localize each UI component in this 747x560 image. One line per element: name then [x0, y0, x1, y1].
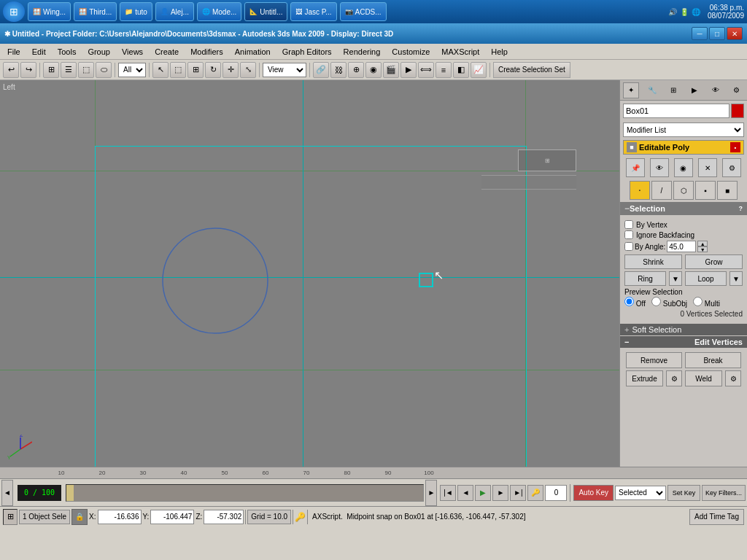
menu-edit[interactable]: Edit: [26, 46, 52, 58]
preview-subobj-radio[interactable]: [651, 297, 661, 306]
ring-spinner[interactable]: ▼: [669, 271, 682, 286]
align-button[interactable]: ≡: [436, 62, 452, 78]
shrink-button[interactable]: Shrink: [624, 254, 682, 269]
extrude-settings-button[interactable]: ⚙: [666, 370, 682, 386]
loop-spinner[interactable]: ▼: [729, 271, 743, 286]
viewport[interactable]: Left ↖ ⊞ X Z Y: [0, 80, 619, 467]
timeline-right-nav[interactable]: ►: [425, 480, 437, 506]
rotate-button[interactable]: ↻: [205, 62, 221, 78]
menu-group[interactable]: Group: [82, 46, 116, 58]
go-start-button[interactable]: |◄: [440, 485, 456, 501]
menu-tools[interactable]: Tools: [52, 46, 82, 58]
object-color-swatch[interactable]: [731, 104, 744, 118]
show-end-result-btn[interactable]: 👁: [650, 158, 669, 177]
by-vertex-checkbox[interactable]: [624, 220, 633, 229]
utilities-tab[interactable]: ⚙: [729, 82, 745, 98]
layer-button[interactable]: ◧: [453, 62, 469, 78]
z-coord-input[interactable]: [204, 510, 244, 524]
by-angle-input[interactable]: [667, 241, 696, 252]
remove-modifier-btn[interactable]: ✕: [698, 158, 717, 177]
link-button[interactable]: 🔗: [313, 62, 329, 78]
select-button[interactable]: ↖: [152, 62, 169, 78]
menu-modifiers[interactable]: Modifiers: [185, 46, 229, 58]
taskbar-app-mode[interactable]: 🌐 Mode...: [197, 2, 241, 21]
mirror-button[interactable]: ⟺: [418, 62, 434, 78]
curve-editor[interactable]: 📈: [471, 62, 487, 78]
selection-rollout-header[interactable]: − Selection ?: [620, 202, 747, 215]
grow-button[interactable]: Grow: [685, 254, 743, 269]
loop-button[interactable]: Loop: [685, 271, 727, 286]
filter-dropdown[interactable]: All: [118, 63, 146, 77]
minimize-button[interactable]: ─: [692, 27, 708, 40]
taskbar-app-3dsmax[interactable]: 📐 Untitl...: [244, 2, 287, 21]
play-button[interactable]: ▶: [475, 485, 491, 501]
x-coord-input[interactable]: [98, 510, 142, 524]
create-selection-button[interactable]: Create Selection Set: [493, 62, 570, 78]
set-key-button[interactable]: Set Key: [667, 485, 700, 501]
hierarchy-tab[interactable]: ⊞: [665, 82, 681, 98]
modify-tab[interactable]: 🔧: [644, 82, 660, 98]
render-button[interactable]: 🎬: [383, 62, 399, 78]
by-angle-checkbox[interactable]: [624, 242, 633, 251]
key-mode-dropdown[interactable]: Selected: [615, 486, 666, 500]
ignore-backfacing-checkbox[interactable]: [624, 230, 633, 239]
border-subobj[interactable]: ⬡: [673, 181, 694, 200]
start-button[interactable]: ⊞: [3, 1, 25, 22]
maximize-button[interactable]: □: [709, 27, 725, 40]
bind-space[interactable]: ⊕: [348, 62, 364, 78]
time-slider-thumb[interactable]: [66, 485, 74, 501]
menu-file[interactable]: File: [1, 46, 26, 58]
ring-button[interactable]: Ring: [624, 271, 666, 286]
preview-multi-radio[interactable]: [693, 297, 703, 306]
menu-animation[interactable]: Animation: [229, 46, 276, 58]
select-region-btn2[interactable]: ⬚: [170, 62, 186, 78]
prev-frame-button[interactable]: ◄: [457, 485, 473, 501]
polygon-subobj[interactable]: ▪: [695, 181, 716, 200]
add-time-tag-button[interactable]: Add Time Tag: [689, 509, 744, 525]
snap-toggle[interactable]: ⊞: [187, 62, 204, 78]
y-coord-input[interactable]: [150, 510, 194, 524]
key-mode-button[interactable]: 🔑: [527, 485, 543, 501]
angle-up[interactable]: ▲: [697, 241, 708, 246]
next-frame-button[interactable]: ►: [492, 485, 508, 501]
taskbar-app-wing[interactable]: 🪟 Wing...: [28, 2, 71, 21]
configure-btn[interactable]: ⚙: [722, 158, 741, 177]
weld-settings-button[interactable]: ⚙: [725, 370, 741, 386]
menu-graph-editors[interactable]: Graph Editors: [276, 46, 338, 58]
menu-views[interactable]: Views: [116, 46, 149, 58]
menu-create[interactable]: Create: [149, 46, 185, 58]
element-subobj[interactable]: ■: [717, 181, 738, 200]
auto-key-button[interactable]: Auto Key: [573, 485, 614, 501]
angle-down[interactable]: ▼: [697, 246, 708, 252]
taskbar-app-alej[interactable]: 👤 Alej...: [155, 2, 194, 21]
weld-button[interactable]: Weld: [685, 370, 722, 386]
timeline-track[interactable]: [66, 484, 424, 502]
viewport-mode-dropdown[interactable]: View: [263, 63, 306, 77]
taskbar-app-third[interactable]: 🪟 Third...: [74, 2, 117, 21]
modifier-active-toggle[interactable]: ■: [627, 142, 637, 152]
make-unique-btn[interactable]: ◉: [674, 158, 693, 177]
move-button[interactable]: ✛: [222, 62, 239, 78]
redo-button[interactable]: ↪: [20, 62, 36, 78]
select-obj-button[interactable]: ⊞: [43, 62, 59, 78]
close-button[interactable]: ✕: [727, 27, 743, 40]
go-end-button[interactable]: ►|: [510, 485, 526, 501]
preview-off-radio[interactable]: [624, 297, 634, 306]
pin-stack-btn[interactable]: 📌: [626, 158, 645, 177]
key-filters-button[interactable]: Key Filters...: [702, 485, 746, 501]
motion-tab[interactable]: ▶: [686, 82, 703, 98]
key-icon[interactable]: 🔑: [295, 512, 306, 522]
taskbar-app-tuto[interactable]: 📁 tuto: [120, 2, 152, 21]
create-tab[interactable]: ✦: [623, 82, 639, 98]
vertex-subobj[interactable]: ·: [630, 181, 650, 200]
modifier-stack-item[interactable]: ■ Editable Poly •: [624, 141, 743, 154]
quick-render[interactable]: ▶: [400, 62, 417, 78]
material-button[interactable]: ◉: [365, 62, 382, 78]
modifier-options-btn[interactable]: •: [730, 142, 740, 152]
select-lasso-button[interactable]: ⬭: [96, 62, 112, 78]
scale-button[interactable]: ⤡: [240, 62, 256, 78]
remove-button[interactable]: Remove: [626, 352, 682, 368]
edit-vertices-header[interactable]: − Edit Vertices: [620, 336, 747, 348]
menu-customize[interactable]: Customize: [386, 46, 436, 58]
menu-help[interactable]: Help: [485, 46, 514, 58]
